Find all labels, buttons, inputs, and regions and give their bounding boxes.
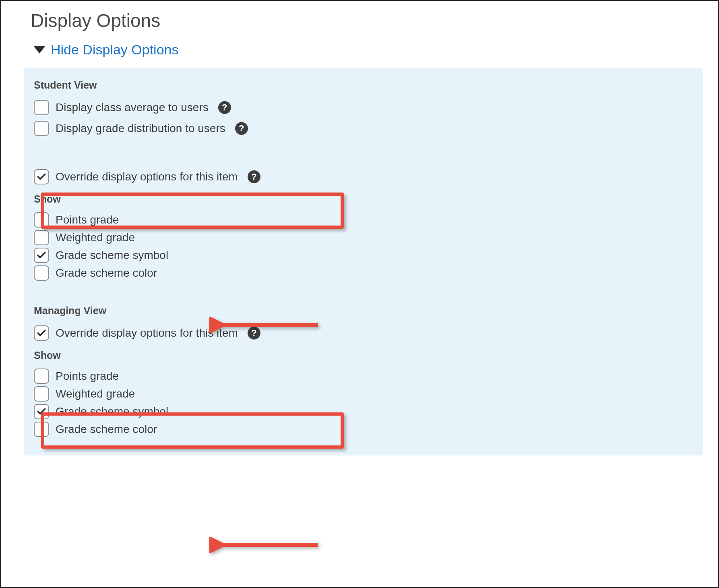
chevron-down-icon bbox=[34, 46, 45, 54]
row-grade-distribution: Display grade distribution to users ? bbox=[34, 121, 693, 136]
checkbox-mv-weighted-grade[interactable] bbox=[34, 386, 49, 402]
checkbox-managing-override[interactable] bbox=[34, 325, 49, 341]
label-grade-distribution: Display grade distribution to users bbox=[56, 122, 225, 135]
checkbox-mv-grade-scheme-symbol[interactable] bbox=[34, 404, 49, 419]
row-mv-grade-scheme-color: Grade scheme color bbox=[34, 422, 693, 437]
checkbox-grade-distribution[interactable] bbox=[34, 121, 49, 136]
checkbox-sv-points-grade[interactable] bbox=[34, 212, 49, 228]
toggle-display-options[interactable]: Hide Display Options bbox=[24, 39, 703, 68]
label-mv-weighted-grade: Weighted grade bbox=[56, 387, 135, 400]
help-icon[interactable]: ? bbox=[248, 170, 260, 183]
page-title: Display Options bbox=[24, 6, 703, 39]
checkbox-sv-grade-scheme-color[interactable] bbox=[34, 265, 49, 281]
row-class-average: Display class average to users ? bbox=[34, 100, 693, 115]
left-gutter bbox=[1, 1, 24, 587]
checkbox-mv-points-grade[interactable] bbox=[34, 369, 49, 384]
label-sv-grade-scheme-symbol: Grade scheme symbol bbox=[56, 249, 168, 262]
checkbox-sv-weighted-grade[interactable] bbox=[34, 230, 49, 245]
help-icon[interactable]: ? bbox=[235, 122, 248, 135]
row-mv-grade-scheme-symbol: Grade scheme symbol bbox=[34, 404, 693, 419]
row-sv-points-grade: Points grade bbox=[34, 212, 693, 228]
student-view-heading: Student View bbox=[34, 79, 693, 91]
managing-view-heading: Managing View bbox=[34, 305, 693, 317]
label-class-average: Display class average to users bbox=[56, 101, 209, 114]
options-panel: Student View Display class average to us… bbox=[24, 68, 703, 455]
row-mv-points-grade: Points grade bbox=[34, 369, 693, 384]
checkbox-sv-grade-scheme-symbol[interactable] bbox=[34, 248, 49, 263]
label-managing-override: Override display options for this item bbox=[56, 327, 238, 340]
row-mv-weighted-grade: Weighted grade bbox=[34, 386, 693, 402]
student-show-heading: Show bbox=[34, 193, 693, 205]
help-icon[interactable]: ? bbox=[218, 101, 231, 114]
checkbox-class-average[interactable] bbox=[34, 100, 49, 115]
page-wrap: Display Options Hide Display Options Stu… bbox=[1, 1, 718, 587]
window-frame: Display Options Hide Display Options Stu… bbox=[0, 0, 719, 588]
checkbox-student-override[interactable] bbox=[34, 169, 49, 184]
help-icon[interactable]: ? bbox=[248, 327, 260, 340]
toggle-label: Hide Display Options bbox=[51, 42, 178, 58]
right-gutter bbox=[703, 1, 718, 587]
annotation-arrow-icon bbox=[209, 537, 322, 553]
row-sv-grade-scheme-color: Grade scheme color bbox=[34, 265, 693, 281]
row-sv-grade-scheme-symbol: Grade scheme symbol bbox=[34, 248, 693, 263]
row-managing-override: Override display options for this item ? bbox=[34, 325, 693, 341]
label-sv-points-grade: Points grade bbox=[56, 213, 119, 226]
label-sv-grade-scheme-color: Grade scheme color bbox=[56, 267, 157, 280]
row-sv-weighted-grade: Weighted grade bbox=[34, 230, 693, 245]
label-mv-points-grade: Points grade bbox=[56, 370, 119, 383]
row-student-override: Override display options for this item ? bbox=[34, 169, 693, 184]
label-mv-grade-scheme-symbol: Grade scheme symbol bbox=[56, 405, 168, 418]
label-sv-weighted-grade: Weighted grade bbox=[56, 231, 135, 244]
managing-show-heading: Show bbox=[34, 350, 693, 361]
label-mv-grade-scheme-color: Grade scheme color bbox=[56, 423, 157, 436]
checkbox-mv-grade-scheme-color[interactable] bbox=[34, 422, 49, 437]
label-student-override: Override display options for this item bbox=[56, 170, 238, 183]
content-area: Display Options Hide Display Options Stu… bbox=[24, 1, 703, 587]
